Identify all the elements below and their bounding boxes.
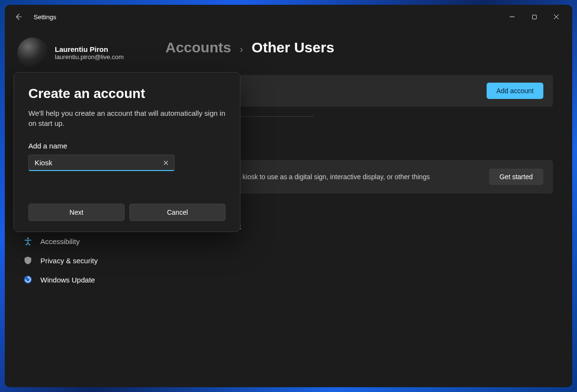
sidebar-item-privacy[interactable]: Privacy & security [17,251,149,270]
close-icon [553,14,559,20]
close-button[interactable] [545,9,567,24]
create-account-dialog: Create an account We'll help you create … [13,72,240,232]
shield-icon [23,256,33,265]
svg-rect-0 [532,15,536,19]
sidebar-item-accessibility[interactable]: Accessibility [17,232,149,251]
minimize-icon [509,14,515,20]
update-icon [23,275,33,284]
user-name: Laurentiu Piron [55,45,124,53]
next-button[interactable]: Next [28,204,125,221]
name-field-label: Add a name [28,142,226,150]
add-account-button[interactable]: Add account [487,83,543,99]
name-input-wrap [28,155,175,171]
maximize-icon [532,14,537,20]
arrow-left-icon [14,13,22,21]
dialog-title: Create an account [28,86,226,101]
accessibility-icon [23,236,33,246]
minimize-button[interactable] [501,9,523,24]
sidebar-item-label: Windows Update [40,276,95,284]
back-button[interactable] [10,8,27,25]
user-block[interactable]: Laurentiu Piron laurentiu.piron@live.com [17,37,149,68]
titlebar: Settings [5,5,572,29]
dialog-description: We'll help you create an account that wi… [28,108,226,128]
x-icon [163,160,168,165]
cancel-button[interactable]: Cancel [129,204,226,221]
svg-point-6 [27,237,29,239]
breadcrumb-current: Other Users [251,39,334,56]
breadcrumb: Accounts › Other Users [165,39,553,56]
maximize-button[interactable] [523,9,545,24]
user-email: laurentiu.piron@live.com [55,53,124,61]
window-controls [501,9,567,24]
sidebar-item-windows-update[interactable]: Windows Update [17,270,149,289]
clear-input-button[interactable] [161,158,171,168]
chevron-right-icon: › [240,44,243,55]
dialog-buttons: Next Cancel [28,204,226,221]
breadcrumb-parent[interactable]: Accounts [165,39,231,56]
window-title: Settings [34,13,56,21]
sidebar-item-label: Accessibility [40,237,80,245]
settings-window: Settings Laurentiu Piron laurentiu.piron… [5,5,572,387]
avatar [17,37,48,68]
get-started-button[interactable]: Get started [489,169,543,185]
name-input[interactable] [28,155,175,171]
sidebar-item-label: Privacy & security [40,257,98,265]
